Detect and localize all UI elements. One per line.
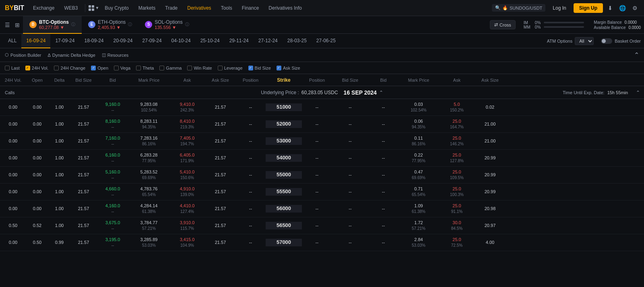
cb-theta[interactable]: Theta xyxy=(136,66,154,70)
date-tab-17-09-24[interactable]: 17-09-24 xyxy=(50,34,79,48)
log-in-button[interactable]: Log In xyxy=(549,4,570,12)
grid-icon[interactable]: ▼ xyxy=(89,5,99,11)
date-tab-27-06-25[interactable]: 27-06-25 xyxy=(312,34,341,48)
cb-24h-change-box[interactable] xyxy=(54,66,59,70)
cell-bid-c: 4,160.0 -- xyxy=(97,203,129,215)
cell-mark-p: 2.84 53.03% xyxy=(398,237,439,248)
cb-bid-size-box[interactable]: ✓ xyxy=(248,66,253,70)
atm-select[interactable]: All xyxy=(575,37,594,45)
im-progress-bar xyxy=(544,22,584,23)
date-tab-28-03-25[interactable]: 28-03-25 xyxy=(283,34,312,48)
date-tab-25-10-24[interactable]: 25-10-24 xyxy=(196,34,225,48)
nav-tools[interactable]: Tools xyxy=(217,4,236,12)
search-box[interactable]: 🔍 🔥 SUNDOG/USDT xyxy=(492,4,545,12)
nav-finance[interactable]: Finance xyxy=(238,4,263,12)
date-tab-all[interactable]: ALL xyxy=(3,34,21,48)
download-icon[interactable]: ⬇ xyxy=(606,3,614,13)
cb-win-rate[interactable]: Win Rate xyxy=(187,66,212,70)
hamburger-icon[interactable]: ☰ xyxy=(3,20,12,30)
cell-mark-c: 3,285.89 53.03% xyxy=(129,237,169,248)
nav-trade[interactable]: Trade xyxy=(161,4,182,12)
cell-strike: 55000 xyxy=(266,171,302,178)
nav-right: 🔍 🔥 SUNDOG/USDT Log In Sign Up ⬇ 🌐 ⚙ xyxy=(492,3,639,13)
table-row[interactable]: 0.00 0.00 1.00 21.57 4,160.0 -- 4,284.14… xyxy=(0,200,644,217)
nav-markets[interactable]: Markets xyxy=(134,4,160,12)
cb-last-box[interactable] xyxy=(5,66,10,70)
collapse-icon[interactable]: ⌃ xyxy=(634,51,639,59)
cell-mark-p: 0.06 94.35% xyxy=(398,118,439,130)
dynamic-delta-hedge-btn[interactable]: Δ Dynamic Delta Hedge xyxy=(47,53,95,58)
table-row[interactable]: 0.00 0.00 1.00 21.57 7,160.0 -- 7,283.16… xyxy=(0,133,644,150)
table-row[interactable]: 0.00 0.00 1.00 21.57 8,160.0 -- 8,283.11… xyxy=(0,116,644,133)
table-row[interactable]: 0.00 0.00 1.00 21.57 5,160.0 -- 5,283.52… xyxy=(0,167,644,184)
nav-derivatives[interactable]: Derivatives xyxy=(183,4,215,12)
tab-btc-options[interactable]: B BTC-Options 60,277.08 ▼ ⓘ xyxy=(23,16,82,34)
underlying-price-value: 60,283.05 USDC xyxy=(301,90,338,95)
cb-gamma-box[interactable] xyxy=(159,66,164,70)
cb-bid-size[interactable]: ✓ Bid Size xyxy=(248,66,271,70)
atm-section: ATM Options All Basket Order xyxy=(547,37,641,45)
cb-24h-vol[interactable]: ✓ 24H Vol. xyxy=(25,66,49,70)
sign-up-button[interactable]: Sign Up xyxy=(574,3,603,13)
eth-tab-price: 2,405.93 ▼ xyxy=(98,25,126,30)
th-strike: Strike xyxy=(266,77,302,83)
nav-derivatives-info[interactable]: Derivatives Info xyxy=(264,4,306,12)
cb-ask-size[interactable]: ✓ Ask Size xyxy=(277,66,300,70)
table-row[interactable]: 0.00 0.00 1.00 21.57 9,160.0 -- 9,283.08… xyxy=(0,99,644,116)
date-tab-27-09-24[interactable]: 27-09-24 xyxy=(138,34,167,48)
cross-button[interactable]: ⇄ Cross xyxy=(490,20,516,29)
table-row[interactable]: 0.50 0.52 1.00 21.57 3,675.0 -- 3,784.77… xyxy=(0,217,644,234)
cell-ask-size-p: 21.00 xyxy=(475,121,505,127)
cb-last[interactable]: Last xyxy=(5,66,20,70)
tool-right: ⌃ xyxy=(634,51,639,59)
table-row[interactable]: 0.00 0.00 1.00 21.57 6,160.0 -- 6,283.28… xyxy=(0,150,644,167)
underlying-price-section: Underlying Price : 60,283.05 USDC 16 SEP… xyxy=(261,89,383,96)
fire-icon: 🔥 xyxy=(502,5,508,10)
cb-vega-box[interactable] xyxy=(114,66,119,70)
date-tab-04-10-24[interactable]: 04-10-24 xyxy=(167,34,196,48)
exp-chevron-icon[interactable]: ⌃ xyxy=(379,90,383,95)
date-tab-16-09-24[interactable]: 16-09-24 xyxy=(21,34,50,48)
nav-web3[interactable]: WEB3 xyxy=(60,4,82,12)
basket-order-toggle[interactable]: Basket Order xyxy=(601,38,641,44)
section-collapse-icon[interactable]: ⌃ xyxy=(636,90,640,95)
cb-theta-box[interactable] xyxy=(136,66,141,70)
cb-24h-change[interactable]: 24H Change xyxy=(54,66,85,70)
cell-position-p: -- xyxy=(302,189,332,195)
globe-icon[interactable]: 🌐 xyxy=(617,3,627,13)
cell-bid-size-p: -- xyxy=(332,189,368,195)
cell-mark-p: 0.71 65.54% xyxy=(398,186,439,198)
cb-ask-size-box[interactable]: ✓ xyxy=(277,66,281,70)
eth-info-icon[interactable]: ⓘ xyxy=(128,22,132,27)
cb-open[interactable]: ✓ Open xyxy=(91,66,108,70)
cb-vega[interactable]: Vega xyxy=(114,66,130,70)
date-tab-27-12-24[interactable]: 27-12-24 xyxy=(254,34,283,48)
apps-icon[interactable]: ⊞ xyxy=(13,20,21,30)
nav-buy-crypto[interactable]: Buy Crypto xyxy=(101,4,132,12)
date-tab-20-09-24[interactable]: 20-09-24 xyxy=(109,34,138,48)
date-tab-29-11-24[interactable]: 29-11-24 xyxy=(225,34,254,48)
table-row[interactable]: 0.00 0.00 1.00 21.57 4,660.0 -- 4,783.76… xyxy=(0,184,644,200)
cb-gamma[interactable]: Gamma xyxy=(159,66,182,70)
nav-exchange[interactable]: Exchange xyxy=(29,4,58,12)
cb-24h-vol-box[interactable]: ✓ xyxy=(25,66,30,70)
tab-sol-options[interactable]: S SOL-Options 135.556 ▼ ⓘ xyxy=(138,16,195,34)
tab-eth-options[interactable]: E ETH-Options 2,405.93 ▼ ⓘ xyxy=(82,16,138,34)
cell-ask-c: 4,910.0 139.0% xyxy=(169,186,205,198)
cb-leverage[interactable]: Leverage xyxy=(218,66,243,70)
toggle-switch[interactable] xyxy=(601,38,612,44)
settings-icon[interactable]: ⚙ xyxy=(631,3,639,13)
position-builder-btn[interactable]: ⬡ Position Builder xyxy=(5,52,41,58)
btc-info-icon[interactable]: ⓘ xyxy=(71,22,75,27)
im-row: IM 0% xyxy=(524,21,584,25)
date-tab-18-09-24[interactable]: 18-09-24 xyxy=(79,34,108,48)
resources-btn[interactable]: ◫ Resources xyxy=(102,52,129,58)
table-row[interactable]: 0.00 0.50 0.99 21.57 3,195.0 -- 3,285.89… xyxy=(0,234,644,251)
cell-bid-c: 4,660.0 -- xyxy=(97,186,129,198)
cell-delta: 1.00 xyxy=(48,138,70,144)
cb-win-rate-box[interactable] xyxy=(187,66,192,70)
sol-info-icon[interactable]: ⓘ xyxy=(185,22,189,27)
cell-ask-size-c: 21.57 xyxy=(205,240,235,246)
cb-leverage-box[interactable] xyxy=(218,66,223,70)
cb-open-box[interactable]: ✓ xyxy=(91,66,96,70)
